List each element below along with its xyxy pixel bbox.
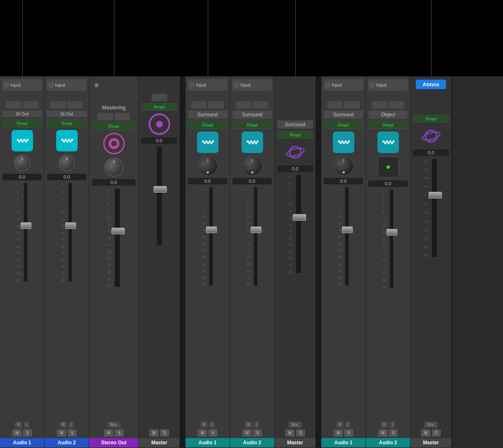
- plugin-icon-2b[interactable]: [242, 132, 263, 153]
- output-label-2[interactable]: St Out: [47, 111, 86, 117]
- fader-track-m1[interactable]: [157, 146, 162, 245]
- read-btn-2b[interactable]: Read: [233, 121, 271, 129]
- plugin-icon-1c[interactable]: [333, 132, 354, 153]
- insert-box-2bb[interactable]: [253, 101, 268, 108]
- insert-box-2cb[interactable]: [389, 101, 404, 108]
- m-btn-stereo[interactable]: M: [104, 429, 113, 436]
- input-row-2b[interactable]: Input: [232, 79, 272, 91]
- s-btn-2[interactable]: S: [68, 429, 76, 436]
- insert-box-1ca[interactable]: [327, 101, 343, 108]
- fader-handle-1c[interactable]: [342, 226, 353, 233]
- r-btn-2c[interactable]: R: [381, 422, 388, 428]
- bnc-btn-m3[interactable]: Bnc: [424, 422, 438, 428]
- d-btn-master1[interactable]: D: [160, 429, 169, 436]
- r-btn-1[interactable]: R: [15, 422, 22, 428]
- fader-handle-m1[interactable]: [154, 186, 167, 193]
- plugin-icon-master3[interactable]: [420, 125, 442, 147]
- bnc-btn-m2[interactable]: Bnc: [288, 422, 302, 428]
- input-row-2[interactable]: Input: [47, 79, 86, 91]
- plugin-icon-1[interactable]: [12, 130, 33, 151]
- fader-track-2[interactable]: [68, 183, 72, 282]
- pan-knob-1b[interactable]: [197, 156, 218, 176]
- m-btn-master3[interactable]: M: [421, 429, 430, 436]
- surround-label-m2[interactable]: Surround: [277, 120, 313, 129]
- insert-box-3b[interactable]: [114, 113, 130, 120]
- s-btn-1c[interactable]: S: [344, 429, 353, 436]
- r-btn-2b[interactable]: R: [245, 422, 252, 428]
- insert-box-3a[interactable]: [97, 113, 113, 120]
- m-btn-2c[interactable]: M: [378, 429, 387, 436]
- r-btn-1c[interactable]: R: [336, 422, 343, 428]
- pan-knob-1[interactable]: [14, 155, 31, 171]
- fader-handle-1b[interactable]: [206, 226, 217, 233]
- s-btn-stereo[interactable]: S: [115, 429, 123, 436]
- fader-handle-2[interactable]: [65, 222, 76, 229]
- fader-track-2b[interactable]: [254, 187, 258, 286]
- fader-track-1[interactable]: [24, 183, 28, 282]
- plugin-icon-1b[interactable]: [197, 132, 218, 153]
- r-btn-2[interactable]: R: [59, 422, 66, 428]
- i-btn-1[interactable]: I: [24, 422, 29, 428]
- i-btn-2b[interactable]: I: [254, 422, 259, 428]
- atmos-badge[interactable]: Atmos: [416, 80, 446, 89]
- m-btn-2b[interactable]: M: [242, 429, 252, 436]
- fader-handle-2b[interactable]: [251, 226, 261, 233]
- read-btn-1b[interactable]: Read: [188, 121, 227, 129]
- input-row-1b[interactable]: Input: [187, 79, 227, 91]
- plugin-icon-master2[interactable]: [285, 141, 306, 163]
- insert-box-1cb[interactable]: [344, 101, 360, 108]
- input-row-1c[interactable]: Input: [323, 79, 363, 91]
- insert-box-a[interactable]: [6, 101, 21, 108]
- insert-box-b[interactable]: [23, 101, 38, 108]
- read-btn-master3[interactable]: Read: [413, 115, 449, 123]
- insert-box-2ca[interactable]: [372, 101, 387, 108]
- r-btn-1b[interactable]: R: [200, 422, 207, 428]
- read-btn-stereo[interactable]: Read: [92, 123, 135, 130]
- object-panel[interactable]: [377, 156, 399, 178]
- fader-handle-2c[interactable]: [387, 229, 397, 236]
- plugin-icon-2[interactable]: [56, 130, 78, 151]
- i-btn-1b[interactable]: I: [209, 422, 215, 428]
- insert-box-1ba[interactable]: [191, 101, 207, 108]
- fader-track-1b[interactable]: [209, 187, 213, 286]
- s-btn-1[interactable]: S: [23, 429, 32, 436]
- fader-track-m2[interactable]: [296, 174, 301, 274]
- object-label[interactable]: Object: [368, 111, 407, 119]
- fader-track-stereo[interactable]: [114, 188, 120, 287]
- m-btn-1b[interactable]: M: [198, 429, 207, 436]
- surround-label-2[interactable]: Surround: [233, 111, 271, 119]
- insert-box-2ba[interactable]: [236, 101, 252, 108]
- i-btn-2c[interactable]: I: [390, 422, 395, 428]
- m-btn-2[interactable]: M: [57, 429, 66, 436]
- fader-track-2c[interactable]: [389, 189, 394, 288]
- insert-box-2b[interactable]: [67, 101, 83, 108]
- pan-knob-1c[interactable]: [333, 156, 354, 176]
- pan-knob-2[interactable]: [59, 155, 75, 171]
- plugin-icon-2c[interactable]: [377, 132, 399, 153]
- read-btn-1c[interactable]: Read: [324, 121, 363, 129]
- insert-box-1bb[interactable]: [208, 101, 224, 108]
- m-btn-1c[interactable]: M: [334, 429, 343, 436]
- fader-track-m3[interactable]: [432, 158, 437, 257]
- fader-handle-1[interactable]: [21, 222, 31, 229]
- fader-handle-m3[interactable]: [429, 192, 442, 198]
- m-btn-master1[interactable]: M: [149, 429, 159, 436]
- pan-knob-stereo[interactable]: [104, 158, 123, 177]
- read-btn-1[interactable]: Read: [2, 120, 41, 127]
- fader-handle-stereo[interactable]: [112, 228, 125, 234]
- s-btn-2c[interactable]: S: [389, 429, 398, 436]
- fader-handle-m2[interactable]: [293, 214, 306, 221]
- bnc-btn-stereo[interactable]: Bnc: [107, 422, 121, 428]
- fader-track-1c[interactable]: [345, 187, 349, 286]
- read-btn-master2[interactable]: Read: [277, 131, 313, 139]
- input-row-2c[interactable]: Input: [368, 79, 408, 91]
- surround-label-3[interactable]: Surround: [324, 111, 363, 119]
- output-label-1[interactable]: St Out: [2, 111, 42, 117]
- read-btn-master1[interactable]: Read: [141, 103, 177, 111]
- s-btn-1b[interactable]: S: [209, 429, 217, 436]
- m-btn-master2[interactable]: M: [285, 429, 294, 436]
- plugin-icon-stereo[interactable]: [103, 133, 125, 154]
- i-btn-2[interactable]: I: [69, 422, 74, 428]
- d-btn-master2[interactable]: D: [296, 429, 305, 436]
- surround-label-1[interactable]: Surround: [188, 111, 227, 119]
